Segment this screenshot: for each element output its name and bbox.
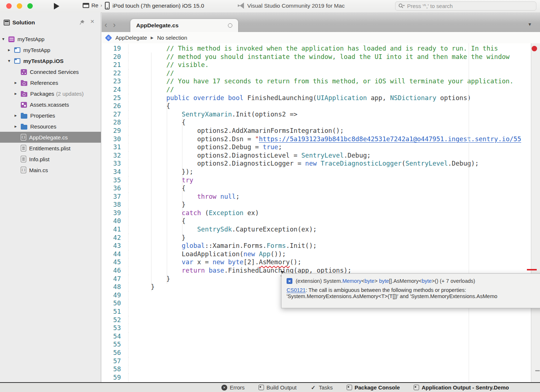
code-line-42[interactable]: 42 }	[102, 234, 540, 242]
code-line-57[interactable]: 57	[102, 357, 540, 365]
line-number[interactable]: 39	[102, 209, 129, 217]
sidebar-item-info-plist[interactable]: Info.plist	[0, 154, 101, 165]
line-number[interactable]: 49	[102, 291, 129, 300]
code-line-39[interactable]: 39 catch (Exception ex)	[102, 209, 540, 217]
line-number[interactable]: 50	[102, 299, 129, 308]
line-number[interactable]: 29	[102, 127, 129, 135]
device-selector[interactable]: iPod touch (7th generation) iOS 15.0	[105, 2, 204, 9]
sidebar-item-resources[interactable]: ▸Resources	[0, 121, 101, 132]
line-number[interactable]: 38	[102, 201, 129, 209]
code-line-27[interactable]: 27 SentryXamarin.Init(options2 =>	[102, 110, 540, 119]
line-number[interactable]: 33	[102, 159, 129, 168]
build-configuration-selector[interactable]: Re ›	[83, 2, 102, 8]
disclosure-down-icon[interactable]: ▾	[2, 36, 8, 41]
code-line-43[interactable]: 43 global::Xamarin.Forms.Forms.Init();	[102, 242, 540, 250]
sidebar-item-main-cs[interactable]: Main.cs	[0, 165, 101, 175]
code-line-54[interactable]: 54	[102, 332, 540, 341]
code-line-20[interactable]: 20 // method you should instantiate the …	[102, 53, 540, 61]
code-line-53[interactable]: 53	[102, 324, 540, 332]
code-line-33[interactable]: 33 options2.DiagnosticLogger = new Trace…	[102, 159, 540, 168]
close-window-button[interactable]	[6, 3, 12, 9]
navigate-forward-button[interactable]: ›	[113, 21, 115, 29]
line-number[interactable]: 23	[102, 77, 129, 86]
line-number[interactable]: 41	[102, 225, 129, 234]
line-number[interactable]: 37	[102, 193, 129, 201]
line-number[interactable]: 19	[102, 44, 129, 53]
zoom-window-button[interactable]	[27, 3, 33, 9]
line-number[interactable]: 53	[102, 324, 129, 332]
line-number[interactable]: 25	[102, 94, 129, 102]
disclosure-right-icon[interactable]: ▸	[15, 91, 21, 96]
line-number[interactable]: 35	[102, 176, 129, 185]
disclosure-down-icon[interactable]: ▾	[8, 58, 14, 63]
minimize-window-button[interactable]	[17, 3, 22, 9]
code-line-28[interactable]: 28 {	[102, 118, 540, 127]
code-editor[interactable]: 19 // This method is invoked when the ap…	[102, 43, 540, 382]
code-line-44[interactable]: 44 LoadApplication(new App());	[102, 250, 540, 258]
code-line-40[interactable]: 40 {	[102, 217, 540, 225]
code-line-26[interactable]: 26 {	[102, 102, 540, 110]
code-line-36[interactable]: 36 {	[102, 184, 540, 193]
statusbar-package-console[interactable]: Package Console	[347, 384, 400, 391]
code-line-34[interactable]: 34 });	[102, 168, 540, 176]
line-number[interactable]: 51	[102, 308, 129, 316]
disclosure-right-icon[interactable]: ▸	[15, 124, 21, 129]
code-line-56[interactable]: 56	[102, 349, 540, 357]
code-line-22[interactable]: 22 //	[102, 69, 540, 78]
line-number[interactable]: 28	[102, 118, 129, 127]
editor-scrollbar[interactable]	[531, 43, 540, 382]
line-number[interactable]: 44	[102, 250, 129, 258]
line-number[interactable]: 20	[102, 53, 129, 61]
disclosure-right-icon[interactable]: ▸	[15, 80, 21, 85]
line-number[interactable]: 31	[102, 143, 129, 151]
sidebar-item-references[interactable]: ▸References	[0, 77, 101, 88]
breadcrumb-class[interactable]: AppDelegate	[115, 35, 147, 41]
code-line-29[interactable]: 29 options2.AddXamarinFormsIntegration()…	[102, 127, 540, 135]
line-number[interactable]: 47	[102, 275, 129, 283]
sidebar-item-mytestapp[interactable]: ▸myTestApp	[0, 44, 101, 55]
line-number[interactable]: 34	[102, 168, 129, 176]
search-input[interactable]: Press '^,' to search	[395, 1, 536, 11]
code-line-35[interactable]: 35 try	[102, 176, 540, 185]
tab-appdelegate[interactable]: AppDelegate.cs	[130, 19, 238, 32]
line-number[interactable]: 58	[102, 365, 129, 373]
sidebar-item-properties[interactable]: ▸Properties	[0, 110, 101, 121]
code-line-45[interactable]: 45 var x = new byte[2].AsMemory();	[102, 258, 540, 266]
sidebar-item-assets-xcassets[interactable]: Assets.xcassets	[0, 99, 101, 110]
code-line-32[interactable]: 32 options2.DiagnosticLevel = SentryLeve…	[102, 151, 540, 160]
line-number[interactable]: 32	[102, 151, 129, 160]
line-number[interactable]: 48	[102, 283, 129, 291]
line-number[interactable]: 30	[102, 135, 129, 143]
statusbar-tasks[interactable]: ✓Tasks	[310, 384, 332, 391]
sidebar-item-appdelegate-cs[interactable]: AppDelegate.cs	[0, 132, 101, 143]
sentry-dsn-link[interactable]: https://5a193123a9b841bc8d8e42531e7242a1…	[259, 135, 521, 143]
code-line-30[interactable]: 30 options2.Dsn = "https://5a193123a9b84…	[102, 135, 540, 143]
line-number[interactable]: 26	[102, 102, 129, 110]
line-number[interactable]: 52	[102, 316, 129, 324]
code-line-37[interactable]: 37 throw null;	[102, 193, 540, 201]
line-number[interactable]: 42	[102, 234, 129, 242]
code-line-25[interactable]: 25 public override bool FinishedLaunchin…	[102, 94, 540, 102]
line-number[interactable]: 21	[102, 61, 129, 69]
line-number[interactable]: 59	[102, 373, 129, 382]
code-line-41[interactable]: 41 SentrySdk.CaptureException(ex);	[102, 225, 540, 234]
code-line-23[interactable]: 23 // You have 17 seconds to return from…	[102, 77, 540, 86]
sidebar-item-mytestapp-ios[interactable]: ▾myTestApp.iOS	[0, 55, 101, 66]
tab-list-dropdown-icon[interactable]: ▼	[528, 22, 532, 27]
disclosure-right-icon[interactable]: ▸	[15, 113, 21, 118]
run-button[interactable]	[54, 3, 59, 9]
close-icon[interactable]: ×	[90, 18, 94, 25]
line-number[interactable]: 56	[102, 349, 129, 357]
code-line-24[interactable]: 24 //	[102, 86, 540, 94]
sidebar-item-packages[interactable]: ▸Packages(2 updates)	[0, 88, 101, 99]
code-line-59[interactable]: 59	[102, 373, 540, 382]
line-number[interactable]: 43	[102, 242, 129, 250]
code-line-19[interactable]: 19 // This method is invoked when the ap…	[102, 44, 540, 53]
navigate-back-button[interactable]: ‹	[105, 21, 107, 29]
line-number[interactable]: 57	[102, 357, 129, 365]
code-line-21[interactable]: 21 // visible.	[102, 61, 540, 69]
line-number[interactable]: 46	[102, 266, 129, 275]
line-number[interactable]: 36	[102, 184, 129, 193]
line-number[interactable]: 27	[102, 110, 129, 119]
line-number[interactable]: 54	[102, 332, 129, 341]
